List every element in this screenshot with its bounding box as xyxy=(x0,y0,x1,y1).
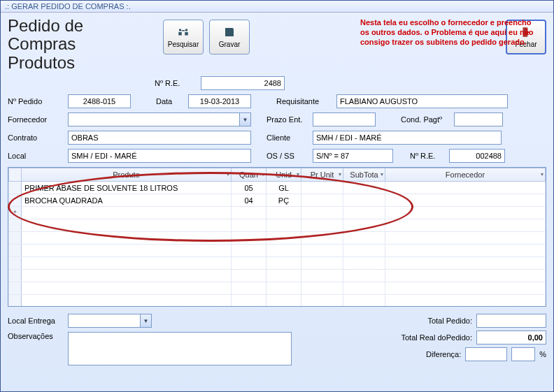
fornecedor-label: Fornecedor xyxy=(8,115,64,124)
chevron-down-icon[interactable]: ▾ xyxy=(297,171,299,177)
contrato-input[interactable] xyxy=(68,131,251,145)
chevron-down-icon[interactable]: ▾ xyxy=(227,171,229,177)
row-selector[interactable] xyxy=(9,194,22,207)
fornecedor-combo[interactable] xyxy=(68,112,251,126)
col-quant[interactable]: Quan▾ xyxy=(232,168,267,182)
cond-pag-label: Cond. Pagtº xyxy=(401,115,450,124)
items-grid[interactable]: Produto▾ Quan▾ Unid▾ Pr Unit▾ SubTota▾ F… xyxy=(8,167,546,307)
chevron-down-icon[interactable]: ▾ xyxy=(381,171,383,177)
diferenca-label: Diferença: xyxy=(426,350,461,358)
annotation-text: Nesta tela eu escolho o fornecedor e pre… xyxy=(360,18,542,47)
new-row-icon: * xyxy=(9,207,22,219)
table-empty-row xyxy=(9,270,546,282)
chevron-down-icon[interactable]: ▾ xyxy=(262,171,264,177)
table-empty-row xyxy=(9,282,546,295)
table-new-row[interactable]: * xyxy=(9,207,546,219)
cell-unid[interactable]: GL xyxy=(267,182,301,194)
save-icon xyxy=(222,26,236,38)
cell-fornecedor[interactable] xyxy=(385,194,546,207)
table-row[interactable]: BROCHA QUADRADA04PÇ xyxy=(9,194,546,207)
prazo-label: Prazo Ent. xyxy=(267,115,308,124)
heading-line1: Pedido de Compras xyxy=(8,17,155,54)
cliente-input[interactable] xyxy=(313,131,502,145)
diferenca-input[interactable] xyxy=(465,347,507,361)
table-empty-row xyxy=(9,232,546,245)
col-unid[interactable]: Unid▾ xyxy=(267,168,301,182)
chevron-down-icon[interactable]: ▾ xyxy=(339,171,341,177)
chevron-down-icon[interactable]: ▼ xyxy=(140,314,151,327)
gravar-button[interactable]: Gravar xyxy=(209,20,250,55)
local-entrega-combo[interactable] xyxy=(68,314,152,328)
pesquisar-label: Pesquisar xyxy=(168,41,199,48)
cell-produto[interactable]: BROCHA QUADRADA xyxy=(22,194,232,207)
data-input[interactable] xyxy=(188,94,251,108)
content-area: Pedido de Compras Produtos Pesquisar Gra… xyxy=(1,13,553,391)
n-pedido-label: Nº Pedido xyxy=(8,97,64,106)
cell-fornecedor[interactable] xyxy=(385,182,546,194)
cell-produto[interactable]: PRIMER ABASE DE SOLVENTE 18 LITROS xyxy=(22,182,232,194)
total-real-label: Total Real doPedido: xyxy=(401,333,472,342)
pesquisar-button[interactable]: Pesquisar xyxy=(163,20,204,55)
os-ss-label: OS / SS xyxy=(267,152,308,160)
n-re2-input[interactable] xyxy=(449,149,505,163)
cell-prunit[interactable] xyxy=(301,182,343,194)
total-pedido-label: Total Pedido: xyxy=(427,317,472,325)
n-pedido-input[interactable] xyxy=(68,94,131,108)
n-re-label: Nº R.E. xyxy=(155,79,197,87)
table-empty-row xyxy=(9,257,546,270)
row-selector[interactable] xyxy=(9,182,22,194)
diferenca-pct-input[interactable] xyxy=(511,347,535,361)
col-fornecedor[interactable]: Fornecedor▾ xyxy=(385,168,546,182)
cell-quant[interactable]: 04 xyxy=(232,194,267,207)
requisitante-label: Requisitante xyxy=(276,97,332,106)
grid-rowheader xyxy=(9,168,22,182)
n-re2-label: Nº R.E. xyxy=(410,152,445,160)
local-label: Local xyxy=(8,152,64,160)
col-prunit[interactable]: Pr Unit▾ xyxy=(301,168,343,182)
heading-line2: Produtos xyxy=(8,54,155,72)
chevron-down-icon[interactable]: ▼ xyxy=(239,113,250,126)
requisitante-input[interactable] xyxy=(336,94,508,108)
binoculars-icon xyxy=(176,26,190,38)
cell-prunit[interactable] xyxy=(301,194,343,207)
table-empty-row xyxy=(9,245,546,257)
data-label: Data xyxy=(156,97,184,106)
pct-symbol: % xyxy=(539,350,546,358)
local-entrega-label: Local Entrega xyxy=(8,317,64,325)
cell-subtotal[interactable] xyxy=(343,194,385,207)
cond-pag-input[interactable] xyxy=(454,112,503,126)
col-subtotal[interactable]: SubTota▾ xyxy=(343,168,385,182)
titlebar: .: GERAR PEDIDO DE COMPRAS :. xyxy=(1,1,553,13)
cell-subtotal[interactable] xyxy=(343,182,385,194)
local-input[interactable] xyxy=(68,149,251,163)
cliente-label: Cliente xyxy=(267,133,308,142)
cell-quant[interactable]: 05 xyxy=(232,182,267,194)
col-produto[interactable]: Produto▾ xyxy=(22,168,232,182)
observacoes-label: Observações xyxy=(8,332,64,340)
n-re-input[interactable] xyxy=(201,76,285,90)
window-frame: .: GERAR PEDIDO DE COMPRAS :. Pedido de … xyxy=(0,0,554,392)
gravar-label: Gravar xyxy=(219,41,241,48)
table-empty-row xyxy=(9,219,546,232)
total-real-input[interactable] xyxy=(476,331,546,344)
os-ss-input[interactable] xyxy=(313,149,393,163)
cell-unid[interactable]: PÇ xyxy=(267,194,301,207)
total-pedido-input[interactable] xyxy=(476,314,546,328)
observacoes-input[interactable] xyxy=(68,332,292,365)
table-row[interactable]: PRIMER ABASE DE SOLVENTE 18 LITROS05GL xyxy=(9,182,546,194)
table-empty-row xyxy=(9,295,546,307)
chevron-down-icon[interactable]: ▾ xyxy=(541,171,544,177)
prazo-input[interactable] xyxy=(313,112,376,126)
contrato-label: Contrato xyxy=(8,133,64,142)
page-title: Pedido de Compras Produtos xyxy=(8,17,155,72)
